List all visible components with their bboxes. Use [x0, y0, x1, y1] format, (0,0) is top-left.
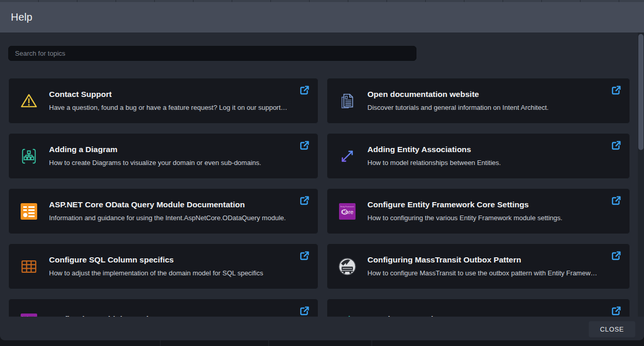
help-dialog-header: Help	[0, 2, 644, 32]
help-topic-card[interactable]: Adding a Diagram How to create Diagrams …	[8, 133, 318, 179]
warning-triangle-icon	[20, 92, 38, 110]
search-input[interactable]	[8, 46, 416, 61]
external-link-icon[interactable]	[611, 306, 621, 316]
ef-core-icon: Entity Framework Core	[338, 202, 357, 221]
card-description: Discover tutorials and general informati…	[367, 104, 601, 112]
card-description: Information and guidance for using the I…	[49, 214, 289, 222]
help-topic-card[interactable]: Configure SQL Column specifics How to ad…	[8, 243, 318, 289]
help-topic-card[interactable]: Adding Entity Associations How to model …	[327, 133, 630, 179]
help-dialog-body: Contact Support Have a question, found a…	[0, 32, 644, 340]
external-link-icon[interactable]	[299, 251, 310, 261]
external-link-icon[interactable]	[299, 306, 310, 316]
external-link-icon[interactable]	[611, 195, 621, 206]
vertical-scrollbar-track[interactable]	[638, 32, 644, 317]
help-topics-grid: Contact Support Have a question, found a…	[8, 78, 630, 340]
card-description: How to model relationships between Entit…	[367, 159, 601, 167]
card-description: How to configuring the various Entity Fr…	[367, 214, 601, 222]
card-title: Contact Support	[49, 90, 289, 100]
page-title: Help	[0, 11, 33, 23]
external-link-icon[interactable]	[299, 195, 310, 206]
card-title: Configure SQL Column specifics	[49, 255, 289, 265]
help-topic-card[interactable]: Configuring MassTransit Outbox Pattern H…	[327, 243, 630, 289]
card-description: How to configure MassTransit to use the …	[367, 269, 601, 277]
card-title: Adding Entity Associations	[367, 145, 601, 155]
external-link-icon[interactable]	[611, 251, 621, 261]
card-title: ASP.NET Core OData Query Module Document…	[49, 200, 289, 210]
card-title: Configuring MassTransit Outbox Pattern	[367, 255, 601, 265]
card-description: How to adjust the implementation of the …	[49, 269, 289, 277]
card-description: Have a question, found a bug or have a f…	[49, 104, 289, 112]
sql-table-icon	[20, 257, 38, 276]
help-topic-card[interactable]: ASP.NET Core OData Query Module Document…	[8, 188, 318, 234]
external-link-icon[interactable]	[611, 85, 621, 95]
odata-module-icon	[20, 202, 38, 221]
org-diagram-icon	[20, 147, 38, 166]
card-title: Adding a Diagram	[49, 145, 289, 155]
close-button[interactable]: CLOSE	[588, 321, 636, 338]
masstransit-icon	[338, 257, 357, 276]
help-topic-card[interactable]: Contact Support Have a question, found a…	[8, 78, 318, 124]
underlying-app-bottom-strip	[0, 340, 644, 346]
help-topic-card[interactable]: Entity Framework Core Configure Entity F…	[327, 188, 630, 234]
documents-icon	[338, 92, 357, 110]
card-title: Open documentation website	[367, 90, 601, 100]
help-topic-card[interactable]: Open documentation website Discover tuto…	[327, 78, 630, 124]
vertical-scrollbar-thumb[interactable]	[638, 34, 643, 150]
dialog-footer: CLOSE	[0, 317, 644, 340]
svg-text:Entity Framework: Entity Framework	[341, 205, 355, 207]
association-arrow-icon	[338, 147, 357, 166]
external-link-icon[interactable]	[611, 140, 621, 151]
card-title: Configure Entity Framework Core Settings	[367, 200, 601, 210]
card-description: How to create Diagrams to visualize your…	[49, 159, 289, 167]
external-link-icon[interactable]	[299, 85, 310, 95]
external-link-icon[interactable]	[299, 140, 310, 151]
